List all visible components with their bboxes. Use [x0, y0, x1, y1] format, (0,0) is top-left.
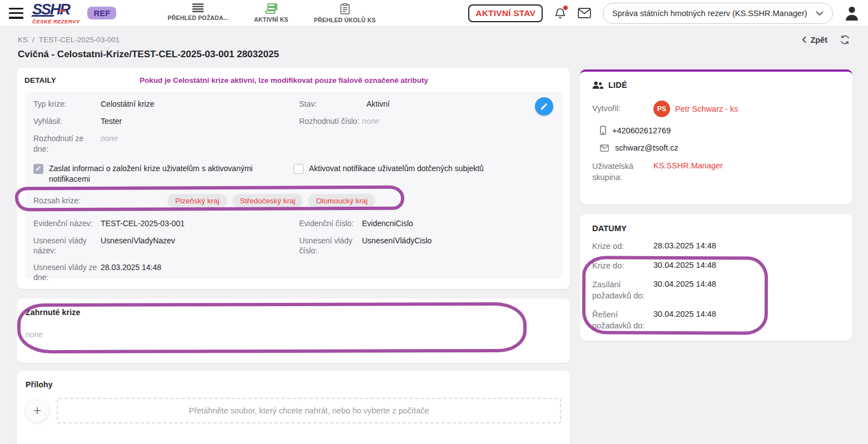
field-label: Rozhodnutí číslo:	[299, 116, 362, 126]
edit-button[interactable]	[535, 97, 553, 116]
field-label: Stav:	[299, 99, 366, 109]
topbar-right-group: AKTIVNÍ STAV Správa státních hmotných re…	[468, 3, 859, 24]
pencil-icon	[540, 102, 548, 111]
active-ks-list-icon	[265, 3, 277, 14]
back-zone: Zpět	[802, 34, 850, 45]
checkbox-checked-icon[interactable]: ✓	[33, 164, 43, 174]
field-label: Vyhlásil:	[33, 116, 101, 126]
field-label: Usnesení vlády číslo:	[299, 236, 362, 256]
included-crises-title: Zahrnuté krize	[26, 308, 561, 317]
phone-value[interactable]: +420602612769	[612, 126, 671, 135]
phone-icon	[600, 126, 606, 135]
people-icon	[592, 81, 603, 89]
sshr-logo[interactable]: SSHR ČESKÉ REZERVY	[32, 2, 80, 24]
messages-envelope-icon[interactable]	[578, 8, 591, 18]
page-title: Cvičná - Celostatni-Krize/TEST-CEL-2025-…	[18, 49, 279, 60]
field-value-typ-krize: Celostátní krize	[101, 99, 154, 109]
field-value-usneseni-nazev: UsneseníVladyNazev	[101, 236, 175, 256]
notifications-bell-icon[interactable]	[554, 7, 566, 20]
checkbox-label: Aktivovat notifikace uživatelům dotčenýc…	[309, 163, 484, 174]
back-label: Zpět	[810, 36, 827, 44]
checkbox-unchecked-icon[interactable]	[294, 164, 304, 174]
top-bar: SSHR ČESKÉ REZERVY REF PŘEHLED POŽADA...…	[0, 0, 868, 27]
region-tag[interactable]: Olomoucký kraj	[308, 194, 375, 208]
field-value-evidencni-nazev: TEST-CEL-2025-03-001	[101, 218, 185, 228]
date-value-zasilani-do: 30.04.2025 14:48	[653, 280, 716, 301]
dates-card: DATUMY Krize od: 28.03.2025 14:48 Krize …	[580, 214, 852, 341]
date-value-krize-do: 30.04.2025 14:48	[653, 261, 716, 272]
file-dropzone[interactable]: Přetáhněte soubor, který chcete nahrát, …	[57, 398, 561, 423]
app-window: SSHR ČESKÉ REZERVY REF PŘEHLED POŽADA...…	[0, 0, 868, 444]
nav-label: PŘEHLED ÚKOLŮ KS	[314, 17, 376, 23]
field-label: Usnesení vlády název:	[33, 236, 101, 256]
field-value-usneseni-ze-dne: 28.03.2025 14:48	[101, 262, 161, 282]
nav-label: PŘEHLED POŽADA...	[167, 14, 229, 21]
role-select-value: Správa státních hmotných rezerv (KS.SSHR…	[612, 9, 807, 18]
people-card: LIDÉ Vytvořil: PS Petr Schwarz - ks +420…	[580, 69, 852, 204]
field-label: Rozsah krize:	[33, 196, 167, 206]
add-attachment-button[interactable]: +	[26, 399, 49, 422]
nav-item-prehled-ukolu-ks[interactable]: PŘEHLED ÚKOLŮ KS	[314, 3, 376, 23]
region-tags: Plzeňský kraj Středočeský kraj Olomoucký…	[167, 194, 375, 208]
avatar: PS	[653, 101, 670, 117]
field-value-stav: Aktivní	[366, 99, 390, 109]
breadcrumb-separator: /	[32, 36, 34, 44]
created-by-link[interactable]: Petr Schwarz - ks	[675, 104, 738, 113]
email-icon	[600, 144, 609, 152]
list-lines-icon	[192, 3, 204, 12]
role-select[interactable]: Správa státních hmotných rezerv (KS.SSHR…	[603, 3, 833, 24]
region-tag[interactable]: Středočeský kraj	[232, 194, 304, 208]
chevron-down-icon	[816, 11, 824, 16]
active-state-button[interactable]: AKTIVNÍ STAV	[468, 4, 543, 22]
people-title: LIDÉ	[608, 81, 627, 89]
nav-label: AKTIVNÍ KS	[254, 16, 289, 23]
breadcrumb-current: TEST-CEL-2025-03-001	[39, 36, 120, 44]
checkbox-notify-users[interactable]: ✓ Zaslat informaci o založení krize uživ…	[33, 163, 294, 184]
field-label: Krize do:	[592, 261, 653, 272]
field-label: Krize od:	[592, 241, 653, 252]
breadcrumb-root[interactable]: KS	[18, 36, 28, 44]
region-tag[interactable]: Plzeňský kraj	[167, 194, 227, 208]
details-panel: Typ krize: Celostátní krize Stav: Aktivn…	[24, 92, 562, 278]
hamburger-menu-icon[interactable]	[9, 8, 23, 19]
field-value-rozhodnuti-ze-dne: none	[101, 133, 118, 153]
field-value-usneseni-cislo: UsneseníVládyCislo	[362, 236, 431, 256]
attachments-title: Přílohy	[26, 380, 561, 389]
clipboard-tasks-icon	[340, 3, 350, 14]
date-value-reseni-do: 30.04.2025 14:48	[653, 310, 716, 331]
field-label: Typ krize:	[33, 99, 101, 109]
logo-subtitle: ČESKÉ REZERVY	[32, 19, 80, 24]
rozsah-krize-row: Rozsah krize: Plzeňský kraj Středočeský …	[33, 193, 553, 209]
email-value[interactable]: schwarz@tsoft.cz	[615, 143, 678, 152]
details-purple-notice: Pokud je Celostátní krize aktivní, lze m…	[140, 76, 428, 84]
field-value-rozhodnuti-cislo: none	[362, 116, 379, 126]
checkbox-label: Zaslat informaci o založení krize uživat…	[49, 163, 271, 184]
field-label: Usnesení vlády ze dne:	[33, 262, 101, 282]
refresh-icon[interactable]	[840, 34, 850, 45]
field-label: Zasílání požadavků do:	[592, 280, 653, 301]
date-value-krize-od: 28.03.2025 14:48	[653, 241, 716, 252]
field-label: Rozhodnutí ze dne:	[33, 133, 101, 153]
included-crises-card: Zahrnuté krize none	[17, 298, 570, 363]
field-label: Řešení požadavků do:	[592, 310, 653, 331]
breadcrumb: KS / TEST-CEL-2025-03-001	[18, 36, 120, 44]
dates-title: DATUMY	[592, 224, 840, 233]
nav-item-aktivni-ks[interactable]: AKTIVNÍ KS	[254, 3, 289, 23]
included-crises-empty: none	[26, 330, 561, 339]
checkbox-notify-subjects[interactable]: Aktivovat notifikace uživatelům dotčenýc…	[294, 163, 554, 184]
logo-text: SSHR	[32, 2, 73, 17]
field-label: Evidenční název:	[33, 218, 101, 228]
notification-badge	[563, 6, 568, 10]
attachments-card: Přílohy + Přetáhněte soubor, který chcet…	[17, 371, 570, 444]
chevron-left-icon	[802, 36, 806, 43]
user-profile-icon[interactable]	[845, 6, 859, 21]
details-card: DETAILY Pokud je Celostátní krize aktivn…	[17, 68, 570, 289]
field-label: Vytvořil:	[592, 103, 653, 114]
back-button[interactable]: Zpět	[802, 36, 827, 44]
field-value-vyhlasil: Tester	[101, 116, 122, 126]
field-label: Evidenční číslo:	[299, 218, 362, 228]
user-group-link[interactable]: KS.SSHR.Manager	[653, 161, 723, 183]
nav-item-prehled-pozadavku[interactable]: PŘEHLED POŽADA...	[167, 3, 229, 21]
field-value-evidencni-cislo: EvidencniCislo	[362, 218, 413, 228]
main-nav: PŘEHLED POŽADA... AKTIVNÍ KS	[167, 3, 375, 23]
